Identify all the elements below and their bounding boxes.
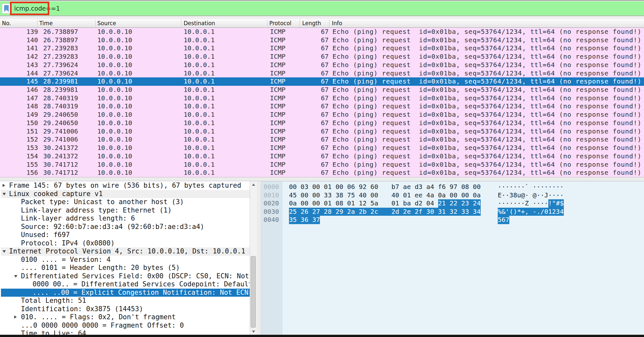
cell-destination: 10.0.0.1 bbox=[184, 44, 215, 53]
detail-row[interactable]: Differentiated Services Field: 0x00 (DSC… bbox=[1, 272, 250, 281]
cell-no: 154 bbox=[0, 152, 38, 161]
detail-row[interactable]: Frame 145: 67 bytes on wire (536 bits), … bbox=[1, 182, 250, 190]
packet-row[interactable]: 14728.74031910.0.0.1010.0.0.1ICMP67Echo … bbox=[0, 94, 644, 103]
cell-destination: 10.0.0.1 bbox=[184, 144, 215, 152]
detail-row[interactable]: Internet Protocol Version 4, Src: 10.0.0… bbox=[1, 247, 250, 256]
cell-info: Echo (ping) request id=0x01ba, seq=53764… bbox=[332, 77, 641, 86]
collapsed-arrow-icon[interactable] bbox=[14, 315, 17, 319]
column-separator[interactable] bbox=[300, 20, 300, 27]
expanded-arrow-icon[interactable] bbox=[3, 250, 6, 253]
detail-row[interactable]: Link-layer address type: Ethernet (1) bbox=[1, 206, 250, 215]
packet-row[interactable]: 13926.73889710.0.0.1010.0.0.1ICMP67Echo … bbox=[0, 28, 644, 36]
hex-row[interactable]: 000000 03 00 01 00 06 92 60b7 ae d3 a4 f… bbox=[261, 183, 644, 191]
column-separator[interactable] bbox=[95, 20, 96, 27]
packet-row[interactable]: 14929.24065010.0.0.1010.0.0.1ICMP67Echo … bbox=[0, 111, 644, 119]
packet-row[interactable]: 15129.74100610.0.0.1010.0.0.1ICMP67Echo … bbox=[0, 127, 644, 136]
detail-row[interactable]: Total Length: 51 bbox=[1, 297, 250, 305]
ascii-column[interactable]: ·······` ········ bbox=[498, 183, 564, 191]
ascii-column[interactable]: %&'()*+, -./01234 bbox=[498, 208, 564, 216]
packet-row[interactable]: 15029.24065010.0.0.1010.0.0.1ICMP67Echo … bbox=[0, 119, 644, 127]
cell-info: Echo (ping) request id=0x01ba, seq=53764… bbox=[332, 69, 641, 78]
packet-row[interactable]: 15630.74171210.0.0.1010.0.0.1ICMP67Echo … bbox=[0, 169, 644, 177]
cell-length: 67 bbox=[303, 36, 329, 45]
scrollbar-thumb[interactable] bbox=[251, 256, 256, 328]
packet-row[interactable]: 15229.74100610.0.0.1010.0.0.1ICMP67Echo … bbox=[0, 135, 644, 144]
cell-time: 30.241372 bbox=[43, 152, 78, 161]
hex-bytes-group1[interactable]: 25 26 27 28 29 2a 2b 2c bbox=[289, 208, 378, 216]
packet-row[interactable]: 14227.23928310.0.0.1010.0.0.1ICMP67Echo … bbox=[0, 53, 644, 61]
hex-group-gap bbox=[378, 183, 392, 191]
packet-row[interactable]: 14628.23998110.0.0.1010.0.0.1ICMP67Echo … bbox=[0, 86, 644, 94]
detail-row[interactable]: Identification: 0x3875 (14453) bbox=[1, 305, 250, 313]
filter-bookmark-button[interactable] bbox=[2, 4, 11, 14]
packet-row[interactable]: 15530.74171210.0.0.1010.0.0.1ICMP67Echo … bbox=[0, 161, 644, 169]
packet-row[interactable]: 14327.73962410.0.0.1010.0.0.1ICMP67Echo … bbox=[0, 61, 644, 69]
column-separator[interactable] bbox=[181, 20, 181, 27]
cell-protocol: ICMP bbox=[270, 94, 285, 103]
detail-row[interactable]: Link-layer address length: 6 bbox=[1, 214, 250, 223]
hex-row[interactable]: 001045 00 00 33 38 75 40 0040 01 ee 4a 0… bbox=[261, 191, 644, 200]
hex-bytes-group2[interactable]: b7 ae d3 a4 f6 97 08 00 bbox=[391, 183, 481, 191]
packet-row[interactable]: 15330.24137210.0.0.1010.0.0.1ICMP67Echo … bbox=[0, 144, 644, 152]
filter-input[interactable]: icmp.code==1 bbox=[14, 1, 60, 16]
pane-splitter[interactable] bbox=[0, 177, 644, 181]
cell-no: 139 bbox=[0, 28, 38, 36]
hex-row[interactable]: 004035 36 37567 bbox=[261, 216, 644, 224]
scroll-up-button[interactable] bbox=[250, 181, 257, 188]
detail-text: Unused: f697 bbox=[21, 231, 70, 239]
ascii-column[interactable]: E··38u@· @··J···· bbox=[498, 191, 564, 200]
packet-row[interactable]: 14127.23928310.0.0.1010.0.0.1ICMP67Echo … bbox=[0, 44, 644, 53]
detail-row[interactable]: Unused: f697 bbox=[1, 231, 250, 239]
scroll-down-button[interactable] bbox=[250, 328, 257, 335]
collapsed-arrow-icon[interactable] bbox=[3, 184, 5, 187]
detail-row[interactable]: 010. .... = Flags: 0x2, Don't fragment bbox=[1, 313, 250, 322]
column-separator[interactable] bbox=[37, 20, 38, 27]
packet-list-header: No.TimeSourceDestinationProtocolLengthIn… bbox=[0, 19, 644, 28]
column-header-time[interactable]: Time bbox=[39, 19, 53, 28]
detail-row[interactable]: 0000 00.. = Differentiated Services Code… bbox=[1, 280, 250, 289]
detail-text: 010. .... = Flags: 0x2, Don't fragment bbox=[21, 313, 176, 321]
detail-text: 0000 00.. = Differentiated Services Code… bbox=[33, 280, 250, 288]
ascii-column[interactable]: ·······Z ····!"#$ bbox=[498, 199, 564, 208]
hex-row[interactable]: 003025 26 27 28 29 2a 2b 2c2d 2e 2f 30 3… bbox=[261, 208, 644, 216]
hex-bytes-group2[interactable]: 2d 2e 2f 30 31 32 33 34 bbox=[391, 208, 481, 216]
detail-row[interactable]: 0100 .... = Version: 4 bbox=[1, 256, 250, 264]
column-header-no[interactable]: No. bbox=[2, 19, 11, 28]
packet-row[interactable]: 14427.73962410.0.0.1010.0.0.1ICMP67Echo … bbox=[0, 69, 644, 78]
detail-row[interactable]: .... 0101 = Header Length: 20 bytes (5) bbox=[1, 264, 250, 272]
expanded-arrow-icon[interactable] bbox=[3, 193, 6, 195]
cell-protocol: ICMP bbox=[270, 77, 285, 86]
column-header-length[interactable]: Length bbox=[302, 19, 321, 28]
detail-row[interactable]: Time to Live: 64 bbox=[1, 330, 250, 335]
detail-row[interactable]: Source: 92:60:b7:ae:d3:a4 (92:60:b7:ae:d… bbox=[1, 223, 250, 231]
column-header-protocol[interactable]: Protocol bbox=[269, 19, 292, 28]
ascii-column[interactable]: 567 bbox=[498, 216, 509, 224]
column-header-source[interactable]: Source bbox=[97, 19, 116, 28]
hex-bytes-group2[interactable]: 40 01 ee 4a 0a 00 00 0a bbox=[391, 191, 481, 200]
packet-row-selected[interactable]: 14528.23998110.0.0.1010.0.0.1ICMP67Echo … bbox=[0, 77, 644, 86]
packet-row[interactable]: 15430.24137210.0.0.1010.0.0.1ICMP67Echo … bbox=[0, 152, 644, 161]
cell-no: 151 bbox=[0, 127, 38, 136]
detail-row[interactable]: ...0 0000 0000 0000 = Fragment Offset: 0 bbox=[1, 322, 250, 330]
expanded-arrow-icon[interactable] bbox=[14, 275, 17, 278]
packet-row[interactable]: 14828.74031910.0.0.1010.0.0.1ICMP67Echo … bbox=[0, 102, 644, 111]
packet-row[interactable]: 14026.73889710.0.0.1010.0.0.1ICMP67Echo … bbox=[0, 36, 644, 45]
column-header-destination[interactable]: Destination bbox=[184, 19, 215, 28]
hex-row[interactable]: 00200a 00 00 01 08 01 12 5a01 ba d2 04 2… bbox=[261, 199, 644, 208]
hex-bytes-group1[interactable]: 0a 00 00 01 08 01 12 5a bbox=[289, 199, 378, 208]
hex-bytes-group1[interactable]: 45 00 00 33 38 75 40 00 bbox=[289, 191, 378, 200]
detail-text: ...0 0000 0000 0000 = Fragment Offset: 0 bbox=[21, 322, 184, 329]
details-scrollbar[interactable] bbox=[250, 181, 257, 335]
column-separator[interactable] bbox=[267, 20, 268, 27]
hex-bytes-group1[interactable]: 00 03 00 01 00 06 92 60 bbox=[289, 183, 378, 191]
cell-no: 152 bbox=[0, 135, 38, 144]
cell-destination: 10.0.0.1 bbox=[184, 127, 215, 136]
detail-row[interactable]: Packet type: Unicast to another host (3) bbox=[1, 198, 250, 206]
detail-row[interactable]: Linux cooked capture v1 bbox=[1, 190, 250, 198]
hex-bytes-group2[interactable]: 01 ba d2 04 21 22 23 24 bbox=[391, 199, 481, 208]
detail-row-selected[interactable]: .... ..00 = Explicit Congestion Notifica… bbox=[1, 289, 250, 297]
column-header-info[interactable]: Info bbox=[332, 19, 342, 28]
hex-bytes-group1[interactable]: 35 36 37 bbox=[289, 216, 320, 224]
detail-row[interactable]: Protocol: IPv4 (0x0800) bbox=[1, 239, 250, 248]
column-separator[interactable] bbox=[329, 20, 330, 27]
